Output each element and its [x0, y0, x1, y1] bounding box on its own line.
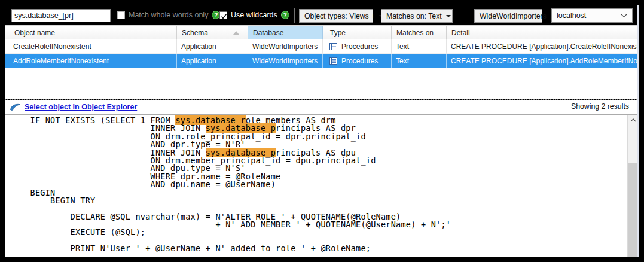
table-row-selected[interactable]: AddRoleMemberIfNonexistent Application W… — [5, 54, 637, 68]
cell-matches-on[interactable]: Text — [392, 39, 447, 54]
cell-type[interactable]: Procedures — [323, 54, 392, 68]
type-label: Procedures — [341, 42, 378, 51]
match-whole-words-checkbox[interactable]: Match whole words only ? — [117, 11, 220, 19]
use-wildcards-label: Use wildcards — [231, 11, 277, 19]
cell-database[interactable]: WideWorldImporters — [248, 54, 323, 68]
cell-object-name[interactable]: CreateRoleIfNonexistent — [5, 39, 177, 54]
procedures-icon — [329, 43, 337, 50]
checkbox-checked[interactable] — [219, 11, 227, 19]
scrollbar-thumb[interactable] — [628, 163, 637, 257]
sort-ascending-icon — [233, 31, 239, 35]
table-row[interactable]: CreateRoleIfNonexistent Application Wide… — [5, 39, 637, 54]
help-icon[interactable]: ? — [281, 11, 289, 19]
object-types-label: Object types: Views + — [304, 12, 375, 20]
window-edge-highlight — [637, 5, 639, 257]
select-object-icon — [10, 103, 21, 111]
cell-schema[interactable]: Application — [177, 39, 248, 54]
column-header-matches-on[interactable]: Matches on — [392, 26, 447, 39]
checkbox-unchecked[interactable] — [117, 11, 125, 19]
scrollbar-up-icon[interactable] — [628, 115, 637, 125]
chevron-down-icon — [446, 15, 451, 17]
code-preview-pane[interactable]: IF NOT EXISTS (SELECT 1 FROM sys.databas… — [5, 115, 637, 257]
column-header-schema[interactable]: Schema — [177, 26, 248, 39]
cell-detail[interactable]: CREATE PROCEDURE [Application].CreateRol… — [447, 39, 637, 54]
matches-on-dropdown[interactable]: Matches on: Text — [381, 9, 453, 23]
select-object-link[interactable]: Select object in Object Explorer — [25, 103, 137, 111]
results-grid: Object name Schema Database Type Matches… — [5, 25, 637, 99]
schema-header-label: Schema — [182, 29, 208, 37]
sql-code: IF NOT EXISTS (SELECT 1 FROM sys.databas… — [5, 117, 625, 253]
grid-header-row: Object name Schema Database Type Matches… — [5, 26, 637, 39]
cell-matches-on[interactable]: Text — [392, 54, 447, 68]
type-label: Procedures — [341, 57, 378, 65]
toolbar-separator — [294, 8, 295, 23]
search-input[interactable] — [11, 9, 111, 22]
vertical-scrollbar[interactable] — [627, 115, 637, 257]
toolbar-separator — [465, 8, 465, 23]
database-label: WideWorldImporters — [480, 12, 547, 20]
server-combobox[interactable]: localhost — [551, 8, 633, 23]
database-dropdown[interactable]: WideWorldImporters — [474, 9, 542, 23]
cell-database[interactable]: WideWorldImporters — [248, 39, 323, 54]
cell-type[interactable]: Procedures — [323, 39, 392, 54]
sql-search-window: Match whole words only ? Use wildcards ?… — [0, 0, 644, 262]
action-bar: Select object in Object Explorer Showing… — [5, 100, 637, 114]
use-wildcards-checkbox[interactable]: Use wildcards ? — [219, 11, 289, 19]
chevron-down-icon — [621, 14, 627, 17]
column-header-object-name[interactable]: Object name — [5, 26, 177, 39]
results-count: Showing 2 results — [571, 102, 629, 111]
matches-on-label: Matches on: Text — [386, 12, 442, 20]
column-header-type[interactable]: Type — [323, 26, 392, 39]
cell-schema[interactable]: Application — [177, 54, 248, 68]
search-toolbar: Match whole words only ? Use wildcards ?… — [0, 0, 644, 25]
column-header-detail[interactable]: Detail — [447, 26, 637, 39]
server-label: localhost — [557, 11, 586, 20]
check-icon — [220, 13, 228, 20]
cell-detail[interactable]: CREATE PROCEDURE [Application].AddRoleMe… — [447, 54, 637, 68]
match-whole-words-label: Match whole words only — [129, 11, 208, 19]
cell-object-name[interactable]: AddRoleMemberIfNonexistent — [5, 54, 177, 68]
procedures-icon — [329, 57, 337, 65]
column-header-database[interactable]: Database — [248, 26, 323, 39]
object-types-dropdown[interactable]: Object types: Views + — [299, 9, 373, 23]
